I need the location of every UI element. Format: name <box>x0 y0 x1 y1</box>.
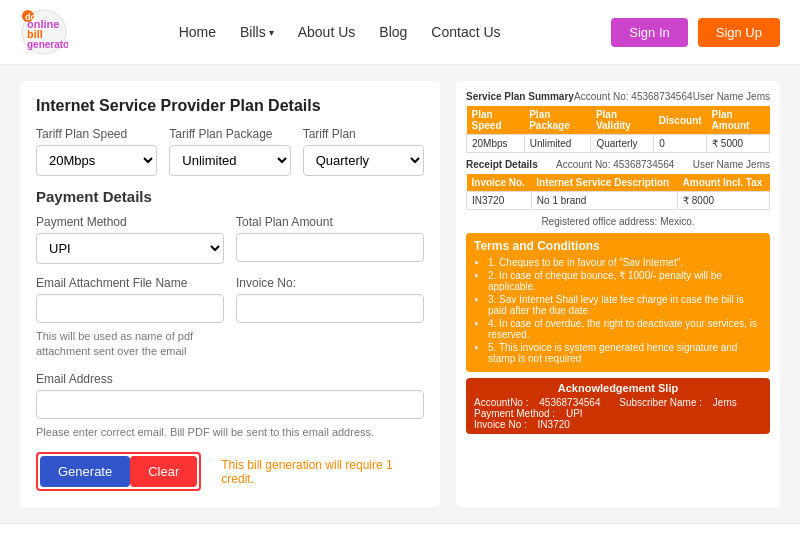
total-plan-label: Total Plan Amount <box>236 215 424 229</box>
col-plan-validity: Plan Validity <box>591 106 654 135</box>
attachment-row: Email Attachment File Name Internet Invo… <box>36 276 424 360</box>
header-buttons: Sign In Sign Up <box>611 18 780 47</box>
total-plan-input[interactable]: 5000 <box>236 233 424 262</box>
payment-method-group: Payment Method UPI <box>36 215 224 264</box>
receipt-table: Invoice No. Internet Service Description… <box>466 174 770 210</box>
ack-invoice: Invoice No : IN3720 <box>474 419 578 430</box>
terms-box: Terms and Conditions 1. Cheques to be in… <box>466 233 770 372</box>
preview-summary-header: Service Plan Summary Account No: 4536873… <box>466 91 770 102</box>
generate-button[interactable]: Generate <box>40 456 130 487</box>
col-plan-amount: Plan Amount <box>707 106 770 135</box>
ack-box: Acknowledgement Slip AccountNo : 4536873… <box>466 378 770 434</box>
signup-button[interactable]: Sign Up <box>698 18 780 47</box>
col-plan-speed: Plan Speed <box>467 106 525 135</box>
nav-bills[interactable]: Bills ▾ <box>240 24 274 40</box>
attachment-group: Email Attachment File Name Internet Invo… <box>36 276 224 360</box>
ack-payment: Payment Method : UPI <box>474 408 591 419</box>
receipt-cell-invoice: IN3720 <box>467 192 532 210</box>
tariff-plan-label: Tariff Plan <box>303 127 424 141</box>
receipt-col-desc: Internet Service Description <box>531 174 677 192</box>
nav-about[interactable]: About Us <box>298 24 356 40</box>
registered-address: Registered office address: Mexico. <box>466 216 770 227</box>
receipt-title: Receipt Details <box>466 159 538 170</box>
action-buttons-wrapper: Generate Clear <box>36 452 201 491</box>
bills-chevron-icon: ▾ <box>269 27 274 38</box>
payment-section-title: Payment Details <box>36 188 424 205</box>
cell-amount: ₹ 5000 <box>707 135 770 153</box>
bottom-text: Welcome to our Internet Invoice Bill Gen… <box>0 523 800 533</box>
tariff-speed-select[interactable]: 20Mbps <box>36 145 157 176</box>
header: online bill generator dg Home Bills ▾ Ab… <box>0 0 800 65</box>
tariff-package-group: Tariff Plan Package Unlimited <box>169 127 290 176</box>
nav-blog[interactable]: Blog <box>379 24 407 40</box>
cell-speed: 20Mbps <box>467 135 525 153</box>
tariff-package-label: Tariff Plan Package <box>169 127 290 141</box>
invoice-no-group: Invoice No: 3720 <box>236 276 424 360</box>
email-note: Please enter correct email. Bill PDF wil… <box>36 425 424 440</box>
invoice-no-input[interactable]: 3720 <box>236 294 424 323</box>
receipt-header-row: Invoice No. Internet Service Description… <box>467 174 770 192</box>
cell-validity: Quarterly <box>591 135 654 153</box>
email-input[interactable]: sdfgdsgda@gmail.com <box>36 390 424 419</box>
receipt-user: User Name Jems <box>693 159 770 170</box>
tariff-row: Tariff Plan Speed 20Mbps Tariff Plan Pac… <box>36 127 424 176</box>
receipt-account: Account No: 45368734564 <box>556 159 674 170</box>
ack-subscriber: Subscriber Name : Jems <box>619 397 745 408</box>
cell-discount: 0 <box>654 135 707 153</box>
receipt-data-row: IN3720 No 1 brand ₹ 8000 <box>467 192 770 210</box>
nav-contact[interactable]: Contact Us <box>431 24 500 40</box>
receipt-col-invoice: Invoice No. <box>467 174 532 192</box>
total-plan-group: Total Plan Amount 5000 <box>236 215 424 264</box>
payment-row: Payment Method UPI Total Plan Amount 500… <box>36 215 424 264</box>
payment-method-label: Payment Method <box>36 215 224 229</box>
term-4: 4. In case of overdue, the right to deac… <box>488 318 762 340</box>
payment-method-select[interactable]: UPI <box>36 233 224 264</box>
email-group: Email Address sdfgdsgda@gmail.com Please… <box>36 372 424 440</box>
plan-table-data-row: 20Mbps Unlimited Quarterly 0 ₹ 5000 <box>467 135 770 153</box>
summary-title: Service Plan Summary <box>466 91 574 102</box>
receipt-col-amount: Amount Incl. Tax <box>678 174 770 192</box>
col-plan-package: Plan Package <box>524 106 591 135</box>
logo: online bill generator dg <box>20 8 68 56</box>
attachment-label: Email Attachment File Name <box>36 276 224 290</box>
email-label: Email Address <box>36 372 424 386</box>
nav-home[interactable]: Home <box>179 24 216 40</box>
form-title: Internet Service Provider Plan Details <box>36 97 424 115</box>
main-content: Internet Service Provider Plan Details T… <box>0 65 800 523</box>
ack-account: AccountNo : 45368734564 <box>474 397 611 408</box>
action-row: Generate Clear This bill generation will… <box>36 452 424 491</box>
tariff-speed-group: Tariff Plan Speed 20Mbps <box>36 127 157 176</box>
attachment-note: This will be used as name of pdf attachm… <box>36 329 224 360</box>
svg-text:dg: dg <box>25 12 36 22</box>
tariff-speed-label: Tariff Plan Speed <box>36 127 157 141</box>
attachment-input[interactable]: Internet Invoice Template 2 <box>36 294 224 323</box>
account-no-label: Account No: 45368734564 <box>574 91 692 102</box>
plan-table-header-row: Plan Speed Plan Package Plan Validity Di… <box>467 106 770 135</box>
ack-details: AccountNo : 45368734564 Subscriber Name … <box>474 397 762 430</box>
tariff-plan-select[interactable]: Quarterly <box>303 145 424 176</box>
ack-title: Acknowledgement Slip <box>474 382 762 394</box>
term-1: 1. Cheques to be in favour of "Sav Inter… <box>488 257 762 268</box>
receipt-cell-desc: No 1 brand <box>531 192 677 210</box>
preview-panel: Service Plan Summary Account No: 4536873… <box>456 81 780 507</box>
invoice-no-label: Invoice No: <box>236 276 424 290</box>
clear-button[interactable]: Clear <box>130 456 197 487</box>
cell-package: Unlimited <box>524 135 591 153</box>
receipt-header: Receipt Details Account No: 45368734564 … <box>466 159 770 170</box>
terms-list: 1. Cheques to be in favour of "Sav Inter… <box>474 257 762 364</box>
signin-button[interactable]: Sign In <box>611 18 687 47</box>
form-panel: Internet Service Provider Plan Details T… <box>20 81 440 507</box>
term-2: 2. In case of cheque bounce, ₹ 1000/- pe… <box>488 270 762 292</box>
nav: Home Bills ▾ About Us Blog Contact Us <box>179 24 501 40</box>
tariff-package-select[interactable]: Unlimited <box>169 145 290 176</box>
svg-text:generator: generator <box>27 39 68 50</box>
user-name-header: User Name Jems <box>693 91 770 102</box>
plan-summary-table: Plan Speed Plan Package Plan Validity Di… <box>466 106 770 153</box>
term-5: 5. This invoice is system generated henc… <box>488 342 762 364</box>
receipt-cell-amount: ₹ 8000 <box>678 192 770 210</box>
col-discount: Discount <box>654 106 707 135</box>
tariff-plan-group: Tariff Plan Quarterly <box>303 127 424 176</box>
credit-note: This bill generation will require 1 cred… <box>221 458 424 486</box>
term-3: 3. Sav Internet Shall levy late fee char… <box>488 294 762 316</box>
terms-title: Terms and Conditions <box>474 239 762 253</box>
